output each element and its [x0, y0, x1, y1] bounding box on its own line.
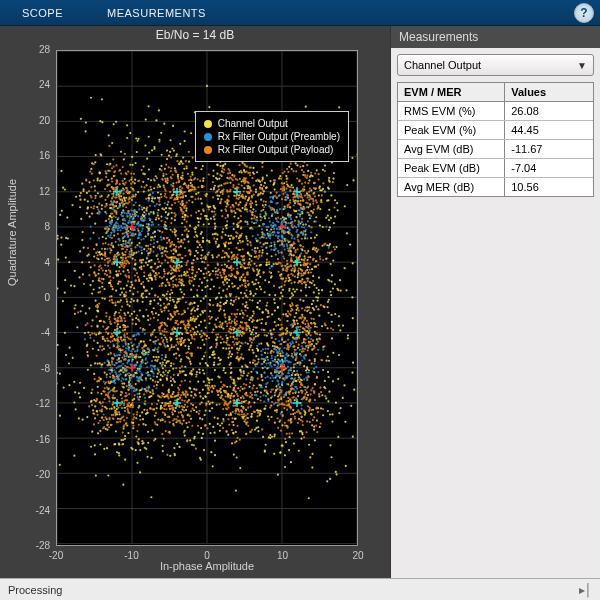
svg-point-4312 — [246, 296, 248, 298]
svg-point-4876 — [249, 242, 251, 244]
svg-point-5197 — [93, 205, 95, 207]
svg-point-4303 — [245, 329, 247, 331]
svg-point-4839 — [175, 235, 177, 237]
svg-point-3457 — [277, 380, 279, 382]
svg-point-454 — [222, 418, 224, 420]
svg-point-4260 — [162, 330, 164, 332]
svg-point-3233 — [151, 360, 153, 362]
svg-point-5448 — [241, 194, 243, 196]
svg-point-431 — [229, 397, 231, 399]
svg-point-4167 — [165, 305, 167, 307]
svg-point-571 — [311, 424, 313, 426]
svg-point-4427 — [235, 298, 237, 300]
svg-point-3682 — [166, 454, 168, 456]
svg-point-60 — [122, 484, 124, 486]
svg-point-850 — [168, 360, 170, 362]
svg-point-1226 — [334, 283, 336, 285]
svg-point-2049 — [111, 177, 113, 179]
svg-point-1713 — [218, 325, 220, 327]
svg-point-1864 — [290, 184, 292, 186]
svg-point-1406 — [170, 229, 172, 231]
svg-point-4414 — [238, 360, 240, 362]
table-row: Avg EVM (dB)-11.67 — [398, 140, 593, 159]
svg-point-3210 — [141, 374, 143, 376]
svg-point-4817 — [166, 242, 168, 244]
svg-point-4201 — [184, 339, 186, 341]
svg-point-2766 — [133, 234, 135, 236]
svg-point-169 — [113, 443, 115, 445]
svg-point-1799 — [327, 215, 329, 217]
svg-point-3460 — [99, 420, 101, 422]
svg-point-4474 — [298, 362, 300, 364]
svg-point-2352 — [252, 167, 254, 169]
svg-point-4778 — [164, 221, 166, 223]
svg-point-1627 — [220, 297, 222, 299]
svg-point-3545 — [104, 416, 106, 418]
svg-point-4555 — [307, 326, 309, 328]
svg-point-1611 — [160, 299, 162, 301]
svg-point-5079 — [310, 271, 312, 273]
svg-point-2390 — [247, 199, 249, 201]
svg-point-4686 — [93, 248, 95, 250]
svg-point-4004 — [316, 407, 318, 409]
svg-point-3050 — [89, 337, 91, 339]
svg-point-1140 — [315, 343, 317, 345]
svg-point-3665 — [165, 430, 167, 432]
svg-point-4545 — [284, 341, 286, 343]
svg-point-5118 — [292, 267, 294, 269]
svg-point-2074 — [143, 190, 145, 192]
svg-point-4368 — [242, 303, 244, 305]
svg-point-5255 — [106, 196, 108, 198]
svg-point-1218 — [315, 296, 317, 298]
signal-select[interactable]: Channel Output ▼ — [397, 54, 594, 76]
svg-point-1968 — [94, 185, 96, 187]
svg-point-4193 — [191, 327, 193, 329]
svg-point-566 — [271, 436, 273, 438]
svg-point-2675 — [111, 193, 113, 195]
svg-point-2124 — [184, 182, 186, 184]
svg-point-3815 — [231, 378, 233, 380]
svg-point-5562 — [310, 226, 312, 228]
tab-scope[interactable]: SCOPE — [0, 0, 85, 25]
svg-point-4695 — [100, 278, 102, 280]
svg-point-2930 — [276, 231, 278, 233]
svg-point-5018 — [283, 232, 285, 234]
svg-point-3134 — [136, 370, 138, 372]
svg-point-5578 — [297, 203, 299, 205]
svg-point-4718 — [101, 248, 103, 250]
svg-point-2990 — [306, 237, 308, 239]
svg-point-1033 — [248, 349, 250, 351]
svg-point-5698 — [307, 196, 309, 198]
svg-point-3944 — [306, 397, 308, 399]
constellation-chart[interactable]: Channel OutputRx Filter Output (Preamble… — [56, 50, 358, 546]
svg-point-5555 — [239, 221, 241, 223]
svg-point-4754 — [186, 234, 188, 236]
help-icon[interactable]: ? — [574, 3, 594, 23]
svg-point-4163 — [156, 348, 158, 350]
svg-point-2336 — [222, 164, 224, 166]
svg-point-2463 — [329, 226, 331, 228]
svg-point-4050 — [135, 353, 137, 355]
svg-point-5223 — [126, 215, 128, 217]
svg-point-5080 — [301, 270, 303, 272]
svg-point-1871 — [256, 306, 258, 308]
svg-point-1962 — [166, 204, 168, 206]
svg-point-3346 — [260, 350, 262, 352]
svg-point-5125 — [281, 252, 283, 254]
svg-point-1644 — [257, 282, 259, 284]
svg-point-5560 — [294, 220, 296, 222]
svg-point-5096 — [303, 262, 305, 264]
svg-point-4006 — [279, 419, 281, 421]
svg-point-2450 — [333, 172, 335, 174]
svg-point-5376 — [186, 201, 188, 203]
svg-point-4246 — [177, 323, 179, 325]
step-forward-icon[interactable]: ▸│ — [579, 583, 593, 597]
svg-point-4285 — [161, 364, 163, 366]
tab-measurements[interactable]: MEASUREMENTS — [85, 0, 228, 25]
metric-value: -7.04 — [505, 159, 593, 177]
svg-point-4813 — [182, 242, 184, 244]
svg-point-2887 — [252, 235, 254, 237]
svg-point-4453 — [324, 323, 326, 325]
svg-point-31 — [142, 423, 144, 425]
svg-point-3602 — [158, 371, 160, 373]
